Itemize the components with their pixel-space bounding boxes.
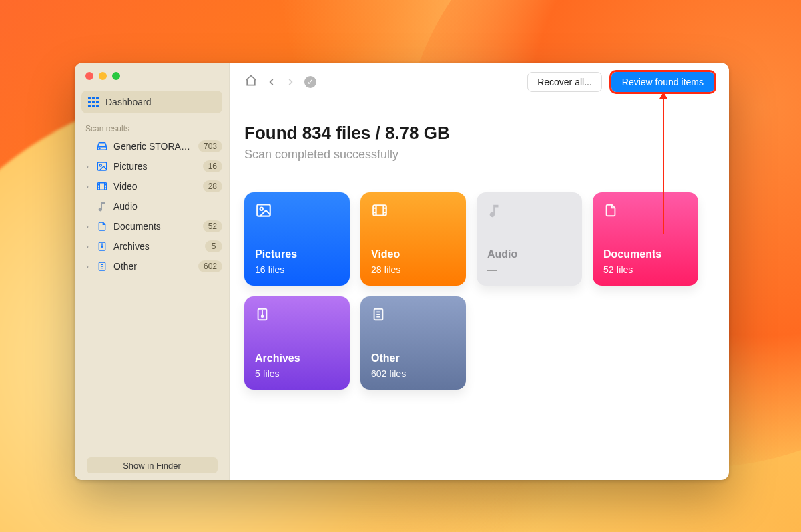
- chevron-right-icon: ›: [84, 162, 91, 170]
- sidebar-item-label: Video: [113, 181, 198, 192]
- document-icon: [603, 210, 618, 221]
- sidebar-item-label: Other: [113, 261, 193, 272]
- picture-icon: [96, 160, 108, 172]
- tile-sub: 5 files: [255, 368, 280, 379]
- chevron-right-icon: ›: [84, 182, 91, 190]
- archive-icon: [255, 314, 270, 325]
- tile-title: Audio: [487, 248, 517, 260]
- svg-point-3: [99, 164, 101, 166]
- sidebar: Dashboard Scan results Generic STORAG… 7…: [75, 63, 230, 480]
- sidebar-item-count: 602: [198, 260, 222, 272]
- dashboard-icon: [88, 97, 99, 107]
- minimize-window-button[interactable]: [99, 72, 107, 80]
- audio-icon: [487, 210, 502, 221]
- sidebar-section-title: Scan results: [75, 120, 229, 136]
- tile-sub: 28 files: [371, 264, 400, 275]
- video-icon: [371, 210, 388, 221]
- show-in-finder-button[interactable]: Show in Finder: [87, 457, 218, 473]
- sidebar-item-drive[interactable]: Generic STORAG… 703: [75, 136, 229, 156]
- svg-rect-8: [257, 204, 270, 216]
- sidebar-item-count: 28: [203, 180, 222, 192]
- show-in-finder-label: Show in Finder: [123, 461, 181, 471]
- summary-title: Found 834 files / 8.78 GB: [244, 123, 714, 144]
- video-icon: [96, 180, 108, 192]
- review-found-items-button[interactable]: Review found items: [611, 72, 714, 92]
- chevron-right-icon: ›: [84, 222, 91, 230]
- svg-rect-2: [97, 162, 107, 170]
- recover-all-label: Recover all...: [537, 77, 592, 87]
- svg-point-1: [99, 148, 101, 149]
- recover-all-button[interactable]: Recover all...: [527, 72, 602, 92]
- sidebar-item-count: 703: [198, 140, 222, 152]
- tile-title: Other: [371, 352, 400, 364]
- main-content: ✓ Recover all... Review found items Foun…: [230, 63, 729, 480]
- sidebar-item-archives[interactable]: › Archives 5: [75, 236, 229, 256]
- sidebar-item-audio[interactable]: Audio: [75, 196, 229, 216]
- tile-title: Documents: [603, 248, 661, 260]
- tile-title: Pictures: [255, 248, 297, 260]
- tile-sub: 602 files: [371, 368, 406, 379]
- review-button-highlight: Review found items: [611, 72, 714, 92]
- drive-icon: [96, 140, 108, 152]
- sidebar-item-label: Pictures: [113, 161, 198, 172]
- nav-back-icon[interactable]: [267, 76, 276, 88]
- other-icon: [96, 260, 108, 272]
- sidebar-item-other[interactable]: › Other 602: [75, 256, 229, 276]
- sidebar-item-label: Generic STORAG…: [113, 141, 193, 152]
- svg-point-6: [101, 246, 103, 248]
- chevron-right-icon: ›: [84, 242, 91, 250]
- tile-sub: 16 files: [255, 264, 284, 275]
- sidebar-footer: Show in Finder: [75, 457, 229, 473]
- close-window-button[interactable]: [85, 72, 93, 80]
- tile-archives[interactable]: Archives 5 files: [244, 296, 350, 390]
- sidebar-item-count: 52: [203, 220, 222, 232]
- sidebar-item-count: 5: [205, 240, 222, 252]
- other-icon: [371, 314, 386, 325]
- tile-video[interactable]: Video 28 files: [360, 192, 466, 286]
- summary-subtitle: Scan completed successfully: [244, 148, 714, 162]
- tile-title: Video: [371, 248, 400, 260]
- svg-rect-4: [97, 183, 107, 190]
- tile-other[interactable]: Other 602 files: [360, 296, 466, 390]
- toolbar: ✓ Recover all... Review found items: [244, 72, 714, 92]
- status-check-icon: ✓: [304, 76, 316, 88]
- sidebar-item-documents[interactable]: › Documents 52: [75, 216, 229, 236]
- tile-audio[interactable]: Audio —: [477, 192, 582, 286]
- nav-forward-icon: [286, 76, 295, 88]
- sidebar-item-label: Documents: [113, 221, 198, 232]
- document-icon: [96, 220, 108, 232]
- sidebar-item-label: Audio: [113, 201, 222, 212]
- audio-icon: [96, 200, 108, 212]
- zoom-window-button[interactable]: [112, 72, 120, 80]
- window-controls: [75, 63, 229, 87]
- sidebar-item-pictures[interactable]: › Pictures 16: [75, 156, 229, 176]
- review-found-items-label: Review found items: [622, 77, 704, 87]
- tile-sub: —: [487, 264, 497, 275]
- app-window: Dashboard Scan results Generic STORAG… 7…: [75, 63, 729, 480]
- svg-rect-10: [373, 205, 386, 215]
- picture-icon: [255, 210, 272, 221]
- sidebar-item-label: Archives: [113, 241, 200, 252]
- svg-point-12: [262, 315, 264, 317]
- tile-pictures[interactable]: Pictures 16 files: [244, 192, 350, 286]
- tile-documents[interactable]: Documents 52 files: [593, 192, 698, 286]
- sidebar-item-video[interactable]: › Video 28: [75, 176, 229, 196]
- svg-point-9: [260, 208, 263, 210]
- tile-title: Archives: [255, 352, 300, 364]
- sidebar-item-count: 16: [203, 160, 222, 172]
- home-icon[interactable]: [244, 74, 258, 90]
- category-tiles: Pictures 16 files Video 28 files Audio —: [244, 192, 714, 390]
- dashboard-label: Dashboard: [105, 97, 152, 107]
- tile-sub: 52 files: [603, 264, 633, 275]
- archive-icon: [96, 240, 108, 252]
- sidebar-dashboard-item[interactable]: Dashboard: [81, 91, 222, 113]
- chevron-right-icon: ›: [84, 262, 91, 270]
